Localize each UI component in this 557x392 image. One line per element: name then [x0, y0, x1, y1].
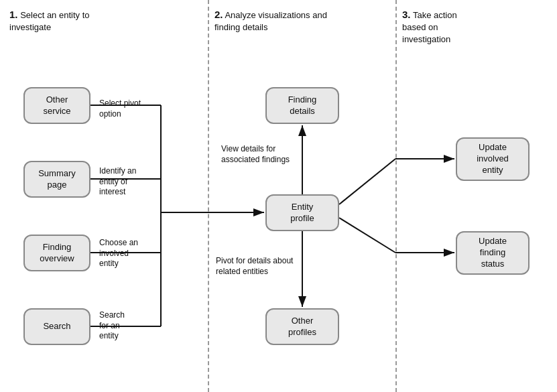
entity-profile-box: Entityprofile — [265, 194, 339, 231]
view-details-label: View details forassociated findings — [221, 144, 290, 165]
step-1-header: 1. Select an entity toinvestigate — [9, 8, 123, 34]
search-entity-label: Searchfor anentity — [99, 310, 125, 342]
step-2-header: 2. Analyze visualizations andfinding det… — [214, 8, 362, 34]
svg-line-9 — [339, 159, 395, 204]
step-2-num: 2. — [214, 9, 223, 20]
other-service-box: Otherservice — [23, 87, 90, 124]
choose-involved-label: Choose aninvolvedentity — [99, 238, 138, 269]
step-1-num: 1. — [9, 9, 18, 20]
step-3-num: 3. — [402, 9, 411, 20]
step-3-label: Take actionbased oninvestigation — [402, 10, 457, 44]
select-pivot-label: Select pivotoption — [99, 99, 141, 119]
divider-1 — [208, 0, 209, 392]
pivot-related-label: Pivot for details aboutrelated entities — [216, 256, 293, 277]
step-3-header: 3. Take actionbased oninvestigation — [402, 8, 516, 45]
step-2-label: Analyze visualizations andfinding detail… — [214, 10, 327, 32]
update-finding-status-box: Updatefindingstatus — [456, 231, 530, 275]
divider-2 — [395, 0, 397, 392]
search-box: Search — [23, 308, 90, 345]
finding-overview-box: Findingoverview — [23, 235, 90, 271]
other-profiles-box: Otherprofiles — [265, 308, 339, 345]
finding-details-box: Findingdetails — [265, 87, 339, 124]
step-1-label: Select an entity toinvestigate — [9, 10, 89, 32]
identify-entity-label: Identify anentity ofinterest — [99, 166, 136, 198]
update-involved-entity-box: Updateinvolvedentity — [456, 137, 530, 181]
svg-line-11 — [339, 218, 395, 253]
summary-page-box: Summarypage — [23, 161, 90, 198]
diagram: 1. Select an entity toinvestigate 2. Ana… — [0, 0, 557, 392]
